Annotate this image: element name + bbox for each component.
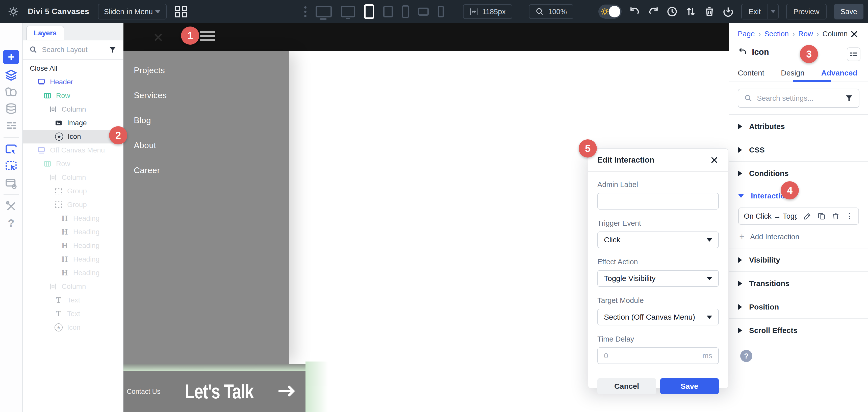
phone-landscape-view-icon[interactable] [418, 7, 429, 15]
preview-button[interactable]: Preview [786, 4, 827, 20]
exit-dropdown-caret[interactable] [768, 4, 779, 20]
tools-icon[interactable] [5, 200, 18, 213]
layers-tab[interactable]: Layers [26, 26, 64, 40]
trigger-event-select[interactable]: Click [597, 231, 719, 248]
theme-toggle[interactable] [598, 4, 622, 19]
cancel-button[interactable]: Cancel [597, 378, 656, 394]
settings-gear-icon[interactable] [7, 6, 19, 18]
accordion-conditions[interactable]: Conditions [729, 162, 868, 185]
menu-item-blog[interactable]: Blog [123, 116, 289, 140]
accordion-attributes[interactable]: Attributes [729, 115, 868, 138]
portability-icon[interactable] [722, 6, 734, 17]
duplicate-icon[interactable] [817, 212, 826, 220]
layer-icon[interactable]: ★ Icon [23, 321, 123, 334]
add-interaction-button[interactable]: + Add Interaction [729, 232, 868, 241]
layer-row[interactable]: Row [23, 157, 123, 171]
interaction-target-icon[interactable] [4, 143, 18, 156]
arrow-right-icon[interactable] [278, 384, 297, 399]
target-module-select[interactable]: Section (Off Canvas Menu) [597, 309, 719, 325]
layer-group[interactable]: Group [23, 198, 123, 212]
tablet-portrait-view-icon-active[interactable] [364, 4, 374, 19]
outline-list-icon[interactable] [5, 119, 18, 132]
tab-design[interactable]: Design [781, 69, 804, 77]
exit-button[interactable]: Exit [741, 4, 768, 20]
layer-header-section[interactable]: Header [23, 75, 123, 89]
interaction-item-card[interactable]: On Click → Toggle Vis... ⋮ [738, 208, 859, 225]
menu-item-about[interactable]: About [123, 140, 289, 166]
layer-text[interactable]: T Text [23, 307, 123, 321]
layer-offcanvas-section[interactable]: Off Canvas Menu [23, 144, 123, 157]
small-phone-view-icon[interactable] [438, 6, 444, 18]
tab-content[interactable]: Content [738, 69, 764, 77]
grid-view-icon[interactable] [175, 6, 187, 18]
effect-action-select[interactable]: Toggle Visibility [597, 270, 719, 287]
delete-trash-icon[interactable] [832, 212, 840, 220]
accordion-visibility[interactable]: Visibility [729, 248, 868, 272]
tablet-landscape-view-icon[interactable] [341, 6, 355, 18]
tab-advanced[interactable]: Advanced [821, 69, 857, 77]
breadcrumb-row[interactable]: Row [798, 30, 813, 38]
save-button[interactable]: Save [660, 378, 719, 394]
canvas-width-control[interactable]: 1185px [463, 4, 512, 19]
breadcrumb-page[interactable]: Page [738, 30, 755, 38]
layer-column[interactable]: Column [23, 171, 123, 184]
layer-column[interactable]: Column [23, 280, 123, 293]
close-all-button[interactable]: Close All [23, 62, 123, 75]
layer-heading[interactable]: H Heading [23, 252, 123, 266]
layer-row[interactable]: Row [23, 89, 123, 102]
accordion-css[interactable]: CSS [729, 138, 868, 162]
layer-heading[interactable]: H Heading [23, 266, 123, 280]
back-arrow-icon[interactable] [738, 47, 747, 57]
admin-label-input[interactable] [604, 197, 712, 205]
accordion-scroll-effects[interactable]: Scroll Effects [729, 319, 868, 342]
templates-icon[interactable] [4, 86, 18, 99]
modal-close-icon[interactable] [710, 156, 719, 165]
filter-funnel-icon[interactable] [109, 46, 116, 54]
redo-icon[interactable] [648, 6, 659, 17]
trash-icon[interactable] [704, 6, 715, 17]
undo-icon[interactable] [629, 6, 640, 17]
help-icon[interactable]: ? [8, 217, 14, 229]
help-question-icon[interactable]: ? [740, 350, 752, 362]
accordion-transitions[interactable]: Transitions [729, 272, 868, 295]
history-clock-icon[interactable] [666, 6, 678, 17]
more-options-kebab-icon[interactable]: ⋮ [846, 212, 854, 220]
menu-item-projects[interactable]: Projects [123, 66, 289, 91]
zoom-control[interactable]: 100% [529, 4, 574, 19]
layout-selector-dropdown[interactable]: Sliden-in Menu [98, 4, 167, 20]
time-delay-input[interactable] [604, 351, 702, 360]
settings-search-input[interactable] [757, 94, 841, 102]
desktop-view-icon[interactable] [316, 6, 332, 18]
menu-close-icon[interactable] [153, 32, 164, 43]
hamburger-menu-icon[interactable] [200, 31, 215, 41]
layer-heading[interactable]: H Heading [23, 239, 123, 252]
layer-heading[interactable]: H Heading [23, 212, 123, 225]
browser-settings-icon[interactable] [4, 177, 18, 190]
layers-panel-icon[interactable] [4, 69, 18, 82]
breadcrumb-section[interactable]: Section [764, 30, 789, 38]
sort-arrows-icon[interactable] [685, 6, 696, 17]
close-panel-icon[interactable] [849, 29, 860, 39]
add-module-button[interactable]: + [3, 50, 19, 64]
layer-column[interactable]: Column [23, 102, 123, 116]
layer-group[interactable]: Group [23, 184, 123, 198]
panel-dock-icon[interactable] [847, 47, 861, 61]
interaction-active-icon[interactable] [4, 160, 18, 173]
layer-heading[interactable]: H Heading [23, 225, 123, 239]
layer-icon-selected[interactable]: ★ Icon [23, 130, 123, 144]
filter-funnel-icon[interactable] [845, 94, 853, 102]
more-options-icon[interactable] [304, 6, 307, 17]
accordion-position[interactable]: Position [729, 295, 868, 319]
menu-item-services[interactable]: Services [123, 91, 289, 116]
menu-item-career[interactable]: Career [123, 166, 289, 191]
toolbar-save-button[interactable]: Save [834, 4, 864, 20]
database-icon[interactable] [5, 102, 18, 115]
layer-text[interactable]: T Text [23, 293, 123, 307]
small-tablet-view-icon[interactable] [383, 6, 393, 18]
phone-view-icon[interactable] [402, 5, 409, 18]
edit-pencil-icon[interactable] [803, 212, 811, 220]
layers-search-input[interactable] [42, 46, 104, 54]
active-tab-underline [793, 80, 831, 82]
breadcrumb-column[interactable]: Column [823, 30, 848, 38]
layer-image[interactable]: Image [23, 116, 123, 130]
